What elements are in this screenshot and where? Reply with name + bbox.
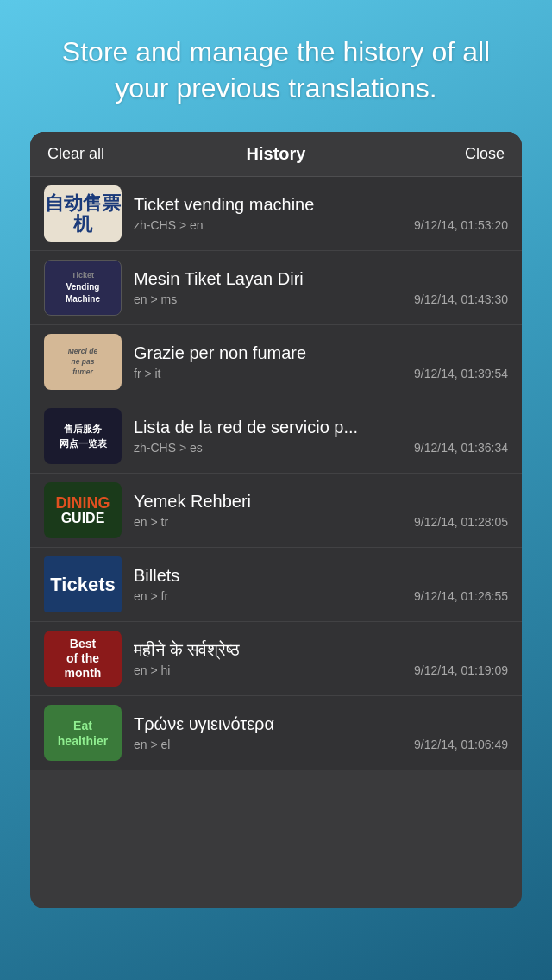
item-date: 9/12/14, 01:53:20 xyxy=(414,218,508,232)
history-item[interactable]: Merci dene pasfumerGrazie per non fumare… xyxy=(30,325,522,399)
modal-header: Clear all History Close xyxy=(30,132,522,177)
item-content: Ticket vending machinezh-CHS > en9/12/14… xyxy=(134,195,508,232)
item-title: Lista de la red de servicio p... xyxy=(134,418,508,437)
history-item[interactable]: Bestof themonthमहीने के सर्वश्रेष्ठen > … xyxy=(30,622,522,696)
thumb-image-7: Bestof themonth xyxy=(44,631,122,687)
item-date: 9/12/14, 01:06:49 xyxy=(414,738,508,751)
item-lang: en > hi xyxy=(134,663,170,677)
history-modal: Clear all History Close 自动售票机Ticket vend… xyxy=(30,132,522,908)
thumb-image-4: 售后服务网点一览表 xyxy=(44,408,122,464)
item-title: Billets xyxy=(134,566,508,586)
item-date: 9/12/14, 01:36:34 xyxy=(414,441,508,455)
header-text: Store and manage the history of all your… xyxy=(0,0,552,132)
clear-all-button[interactable]: Clear all xyxy=(47,145,108,163)
item-lang: en > el xyxy=(134,738,170,751)
item-date: 9/12/14, 01:39:54 xyxy=(414,367,508,380)
item-title: Grazie per non fumare xyxy=(134,343,508,363)
history-item[interactable]: DININGGUIDEYemek Rehberien > tr9/12/14, … xyxy=(30,474,522,548)
history-list: 自动售票机Ticket vending machinezh-CHS > en9/… xyxy=(30,177,522,908)
item-content: Lista de la red de servicio p...zh-CHS >… xyxy=(134,418,508,455)
history-item[interactable]: 自动售票机Ticket vending machinezh-CHS > en9/… xyxy=(30,177,522,251)
thumb-image-2: TicketVendingMachine xyxy=(44,260,122,316)
item-content: Τρώνε υγιεινότεραen > el9/12/14, 01:06:4… xyxy=(134,714,508,751)
item-meta: en > hi9/12/14, 01:19:09 xyxy=(134,663,508,677)
item-content: Billetsen > fr9/12/14, 01:26:55 xyxy=(134,566,508,603)
item-title: महीने के सर्वश्रेष्ठ xyxy=(134,640,508,660)
thumb-image-6: Tickets xyxy=(44,556,122,612)
item-meta: en > fr9/12/14, 01:26:55 xyxy=(134,589,508,603)
item-title: Mesin Tiket Layan Diri xyxy=(134,269,508,289)
item-title: Ticket vending machine xyxy=(134,195,508,215)
item-meta: zh-CHS > en9/12/14, 01:53:20 xyxy=(134,218,508,232)
item-lang: en > tr xyxy=(134,515,168,529)
item-lang: en > ms xyxy=(134,292,177,306)
item-content: Mesin Tiket Layan Dirien > ms9/12/14, 01… xyxy=(134,269,508,306)
item-lang: zh-CHS > es xyxy=(134,441,203,455)
history-item[interactable]: EathealthierΤρώνε υγιεινότεραen > el9/12… xyxy=(30,696,522,770)
item-date: 9/12/14, 01:26:55 xyxy=(414,589,508,603)
item-content: Grazie per non fumarefr > it9/12/14, 01:… xyxy=(134,343,508,380)
item-date: 9/12/14, 01:28:05 xyxy=(414,515,508,529)
item-title: Yemek Rehberi xyxy=(134,492,508,512)
item-content: Yemek Rehberien > tr9/12/14, 01:28:05 xyxy=(134,492,508,529)
item-lang: en > fr xyxy=(134,589,168,603)
thumb-image-5: DININGGUIDE xyxy=(44,482,122,538)
thumb-image-8: Eathealthier xyxy=(44,705,122,761)
thumb-image-3: Merci dene pasfumer xyxy=(44,334,122,390)
history-item[interactable]: TicketVendingMachineMesin Tiket Layan Di… xyxy=(30,251,522,325)
item-meta: zh-CHS > es9/12/14, 01:36:34 xyxy=(134,441,508,455)
item-date: 9/12/14, 01:19:09 xyxy=(414,663,508,677)
history-item[interactable]: TicketsBilletsen > fr9/12/14, 01:26:55 xyxy=(30,548,522,622)
item-meta: en > el9/12/14, 01:06:49 xyxy=(134,738,508,751)
close-button[interactable]: Close xyxy=(444,145,505,163)
item-meta: fr > it9/12/14, 01:39:54 xyxy=(134,367,508,380)
modal-title: History xyxy=(108,144,444,164)
item-lang: fr > it xyxy=(134,367,161,380)
item-lang: zh-CHS > en xyxy=(134,218,204,232)
thumb-image-1: 自动售票机 xyxy=(44,185,122,242)
item-meta: en > tr9/12/14, 01:28:05 xyxy=(134,515,508,529)
item-meta: en > ms9/12/14, 01:43:30 xyxy=(134,292,508,306)
item-date: 9/12/14, 01:43:30 xyxy=(414,292,508,306)
item-content: महीने के सर्वश्रेष्ठen > hi9/12/14, 01:1… xyxy=(134,640,508,677)
item-title: Τρώνε υγιεινότερα xyxy=(134,714,508,734)
history-item[interactable]: 售后服务网点一览表Lista de la red de servicio p..… xyxy=(30,399,522,474)
